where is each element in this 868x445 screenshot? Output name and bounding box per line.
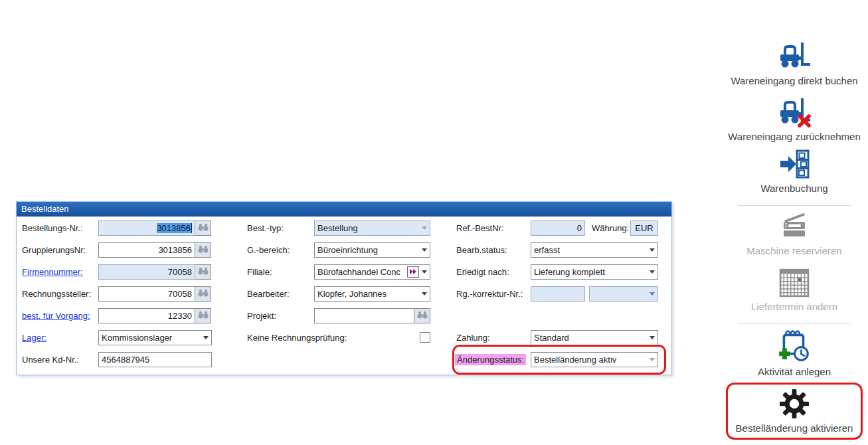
rgkorrektur-dropdown[interactable] <box>589 286 658 302</box>
sidebar-separator <box>738 205 851 206</box>
gear-icon <box>779 389 810 419</box>
erledigt-value: Lieferung komplett <box>534 267 647 277</box>
sidebar-item-aktivitaet-anlegen[interactable]: Aktivität anlegen <box>721 328 868 377</box>
gruppierungsnr-field[interactable]: 3013856 <box>98 242 195 258</box>
lager-dropdown[interactable]: Kommissionslager <box>98 330 212 345</box>
firmennummer-link[interactable]: Firmennummer: <box>22 267 83 277</box>
chevron-down-icon <box>203 336 209 339</box>
sidebar-item-liefertermin-aendern: Liefertermin ändern <box>721 268 868 312</box>
projekt-fieldwrap <box>314 308 430 323</box>
kdnr-label: Unsere Kd-Nr.: <box>22 355 79 365</box>
selected-text: 3013856 <box>157 223 192 233</box>
firmennummer-fieldwrap: 70058 <box>98 264 211 280</box>
gruppierungsnr-label: GruppierungsNr: <box>22 245 86 255</box>
aenderung-label: Änderungsstatus: <box>455 354 526 365</box>
vorgang-link[interactable]: best. für Vorgang: <box>22 311 90 321</box>
sidebar-item-bestellaenderung-aktivieren[interactable]: Bestelländerung aktivieren <box>721 389 868 434</box>
besttyp-value: Bestellung <box>317 223 419 233</box>
shelf-arrow-icon <box>779 149 810 179</box>
filiale-dropdown[interactable]: Bürofachhandel Conc <box>314 264 430 280</box>
binoculars-icon <box>197 244 209 256</box>
erledigt-label: Erledigt nach: <box>456 267 509 277</box>
rgkorrektur-label: Rg.-korrektur-Nr.: <box>456 289 523 299</box>
bearbstatus-label: Bearb.status: <box>456 245 507 255</box>
gruppierungsnr-search-button[interactable] <box>195 242 211 258</box>
firmennummer-field[interactable]: 70058 <box>98 264 195 280</box>
chevron-down-icon <box>650 336 655 339</box>
besttyp-label: Best.-typ: <box>247 223 284 233</box>
zahlung-label: Zahlung: <box>456 333 490 343</box>
bestellnr-field[interactable]: 3013856 <box>98 221 195 236</box>
sidebar-item-maschine-reservieren: Maschine reservieren <box>721 211 868 256</box>
bearbeiter-dropdown[interactable]: Klopfer, Johannes <box>314 286 430 302</box>
calendar-grid-icon <box>779 268 810 298</box>
gbereich-label: G.-bereich: <box>247 245 290 255</box>
binoculars-icon <box>197 266 209 278</box>
forklift-icon <box>777 40 812 72</box>
chevron-down-icon <box>650 270 655 274</box>
vorgang-fieldwrap: 12330 <box>98 308 211 323</box>
double-chevron-right-icon <box>409 267 417 277</box>
rechnungssteller-field[interactable]: 70058 <box>98 286 195 302</box>
sidebar-item-wareneingang-direkt-buchen[interactable]: Wareneingang direkt buchen <box>721 40 868 86</box>
copier-icon <box>779 211 810 242</box>
besttyp-dropdown[interactable]: Bestellung <box>314 221 430 236</box>
pruefung-checkbox[interactable] <box>420 332 430 343</box>
filiale-value: Bürofachhandel Conc <box>317 267 405 277</box>
zahlung-dropdown[interactable]: Standard <box>531 330 658 345</box>
projekt-search-button[interactable] <box>414 308 430 323</box>
binoculars-icon <box>197 222 209 234</box>
projekt-field[interactable] <box>314 308 414 323</box>
gbereich-value: Büroeinrichtung <box>317 245 419 255</box>
binoculars-icon <box>197 288 209 300</box>
bearbeiter-label: Bearbeiter: <box>247 289 290 299</box>
refbestnr-field[interactable]: 0 <box>531 221 585 236</box>
lager-link[interactable]: Lager: <box>22 333 46 343</box>
bearbeiter-value: Klopfer, Johannes <box>317 289 419 299</box>
sidebar-item-wareneingang-zuruecknehmen[interactable]: Wareneingang zurücknehmen <box>721 96 868 142</box>
binoculars-icon <box>197 310 209 321</box>
waehrung-label: Währung: <box>592 223 629 233</box>
firmennummer-search-button[interactable] <box>195 264 211 280</box>
action-sidebar: Wareneingang direkt buchen Wareneingang … <box>721 0 868 445</box>
rechnungssteller-search-button[interactable] <box>195 286 211 302</box>
vorgang-search-button[interactable] <box>195 308 211 323</box>
sidebar-item-label: Aktivität anlegen <box>758 366 831 377</box>
bestellnr-label: Bestellungs-Nr.: <box>22 223 83 233</box>
refbestnr-label: Ref.-BestNr: <box>456 223 504 233</box>
projekt-label: Projekt: <box>247 311 276 321</box>
aenderung-dropdown[interactable]: Bestelländerung aktiv <box>531 352 658 367</box>
chevron-down-icon <box>422 270 427 274</box>
erledigt-dropdown[interactable]: Lieferung komplett <box>531 264 658 280</box>
sidebar-item-label: Liefertermin ändern <box>751 301 837 312</box>
bearbstatus-value: erfasst <box>534 245 647 255</box>
bearbstatus-dropdown[interactable]: erfasst <box>531 242 658 258</box>
sidebar-item-warenbuchung[interactable]: Warenbuchung <box>721 149 868 194</box>
sidebar-item-label: Warenbuchung <box>760 183 827 194</box>
chevron-down-icon <box>650 292 655 296</box>
gbereich-dropdown[interactable]: Büroeinrichtung <box>314 242 430 258</box>
rechnungssteller-fieldwrap: 70058 <box>98 286 211 302</box>
chevron-down-icon <box>422 248 427 252</box>
pruefung-label: Keine Rechnungsprüfung: <box>247 333 347 343</box>
calendar-plus-clock-icon <box>777 328 812 363</box>
kdnr-field[interactable]: 4564887945 <box>98 352 212 367</box>
sidebar-item-label: Wareneingang zurücknehmen <box>728 131 861 142</box>
filiale-detail-button[interactable] <box>407 266 419 278</box>
forklift-cancel-icon <box>777 96 812 128</box>
bestelldaten-panel: Bestelldaten Bestellungs-Nr.: 3013856 Gr… <box>16 201 672 375</box>
filiale-label: Filiale: <box>247 267 272 277</box>
rechnungssteller-label: Rechnungssteller: <box>22 289 91 299</box>
chevron-down-icon <box>422 226 427 230</box>
chevron-down-icon <box>650 358 655 361</box>
rgkorrektur-field[interactable] <box>531 286 585 302</box>
zahlung-value: Standard <box>534 333 647 343</box>
vorgang-field[interactable]: 12330 <box>98 308 195 323</box>
waehrung-field[interactable]: EUR <box>630 221 658 236</box>
bestellnr-search-button[interactable] <box>195 221 211 236</box>
binoculars-icon <box>416 310 428 321</box>
sidebar-item-label: Maschine reservieren <box>746 245 841 256</box>
panel-title: Bestelldaten <box>17 202 671 217</box>
bestellnr-fieldwrap: 3013856 <box>98 221 211 236</box>
sidebar-item-label: Bestelländerung aktivieren <box>736 422 853 434</box>
